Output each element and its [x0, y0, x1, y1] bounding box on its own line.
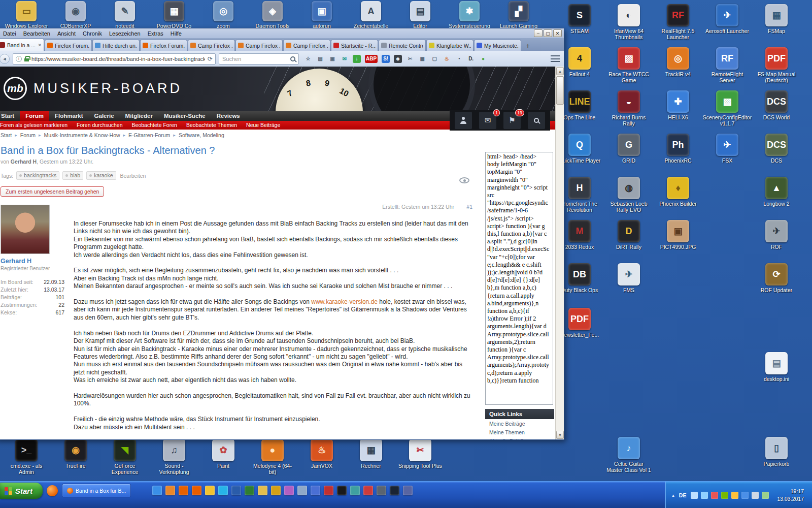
toolbar-icon[interactable]: ✉ — [341, 55, 349, 63]
tray-icon[interactable] — [701, 492, 708, 499]
tray-icon[interactable] — [741, 492, 749, 499]
tray-icon[interactable] — [721, 492, 728, 499]
toolbar-icon[interactable]: ☻ — [394, 55, 402, 63]
site-search-button[interactable] — [528, 112, 545, 129]
address-bar[interactable]: i https://www.musiker-board.de/threads/b… — [13, 53, 216, 65]
media-player-icon[interactable] — [165, 486, 175, 495]
desktop-icon[interactable]: ♨ JamVOX — [299, 439, 344, 475]
back-button[interactable]: ◄ — [0, 54, 10, 64]
desktop-icon[interactable]: G GRID — [606, 134, 651, 164]
toolbar-icon[interactable]: ↓ — [353, 55, 361, 63]
first-unread-button[interactable]: Zum ersten ungelesenen Beitrag gehen — [1, 186, 104, 197]
desktop-icon[interactable]: ▲ Longbow 2 — [754, 177, 799, 207]
author-link[interactable]: Gerhard H — [11, 158, 37, 165]
calculator-icon[interactable] — [311, 486, 320, 495]
site-logo[interactable]: mb MUSIKER-BOARD — [4, 77, 182, 100]
site-nav-item[interactable]: Flohmarkt — [49, 111, 89, 121]
browser-tab[interactable]: Hilfe durch un... ✕ — [92, 40, 140, 51]
audio-icon[interactable] — [350, 486, 360, 495]
notepad-icon[interactable] — [297, 486, 307, 495]
explorer-icon[interactable] — [258, 486, 267, 495]
breadcrumb-link[interactable]: Forum — [20, 132, 36, 138]
search-input[interactable]: Suchen — [219, 53, 299, 65]
discord-icon[interactable] — [403, 486, 413, 495]
toolbar-icon[interactable]: ▤ — [316, 55, 324, 63]
desktop-icon[interactable]: ◉ TrueFire — [53, 439, 98, 475]
browser-tab[interactable]: My Musicnote... ✕ — [474, 40, 521, 51]
karaoke-version-link[interactable]: www.karaoke-version.de — [311, 298, 378, 305]
word-icon[interactable] — [231, 486, 241, 495]
desktop-icon[interactable]: ♪ Celtic Guitar Master Class Vol 1 — [606, 437, 651, 473]
browser-tab[interactable]: Camp Firefox ... ✕ — [235, 40, 283, 51]
toolbar-icon[interactable]: D. — [467, 55, 475, 63]
tray-icon[interactable] — [752, 492, 759, 499]
desktop-icon[interactable]: ♫ Sound - Verknüpfung — [152, 439, 196, 475]
desktop-icon[interactable]: ◐ IrfanView 64 Thumbnails — [606, 4, 651, 41]
tray-icon[interactable] — [731, 492, 738, 499]
tray-icon[interactable] — [711, 492, 718, 499]
toolbar-icon[interactable]: S! — [382, 55, 390, 63]
toolbar-icon[interactable]: ✂ — [406, 55, 414, 63]
subnav-link[interactable]: Beobachtete Themen — [182, 121, 242, 130]
desktop-icon[interactable]: ▨ Race The WTCC Game — [606, 47, 651, 84]
tag-chip[interactable]: backingtracks — [16, 171, 59, 180]
winamp-icon[interactable] — [205, 486, 215, 495]
site-nav-item[interactable]: Forum — [20, 111, 49, 121]
taskbar-window-button[interactable]: Band in a Box für B... — [62, 484, 131, 497]
url-text[interactable]: https://www.musiker-board.de/threads/ban… — [31, 56, 205, 62]
desktop-icon[interactable]: ✂ Snipping Tool Plus — [398, 439, 443, 475]
internet-explorer-icon[interactable] — [152, 486, 162, 495]
browser-tab[interactable]: Firefox Forum... ✕ — [140, 40, 187, 51]
minimize-button[interactable]: – — [534, 29, 543, 37]
firefox-quicklaunch-icon[interactable] — [47, 485, 58, 496]
browser-tab[interactable]: Firefox Forum... ✕ — [45, 40, 92, 51]
language-indicator[interactable]: DE — [678, 492, 688, 498]
toolbar-icon[interactable]: ▢ — [430, 55, 438, 63]
desktop-icon[interactable]: ◎ TrackIR v4 — [656, 47, 700, 77]
toolbar-icon[interactable]: ☆ — [304, 55, 312, 63]
toolbar-icon[interactable]: ▣ — [328, 55, 336, 63]
browser-tab[interactable]: Camp Firefox ... ✕ — [283, 40, 330, 51]
desktop-icon[interactable]: ◒ Richard Burns Rally — [606, 90, 651, 127]
edit-tags-link[interactable]: Bearbeiten — [120, 173, 146, 179]
breadcrumb-link[interactable]: Start — [1, 132, 12, 138]
site-nav-item[interactable]: Start — [0, 111, 20, 121]
menu-item[interactable]: Chronik — [79, 30, 106, 37]
quick-link[interactable]: Aktuelle Beiträge — [485, 436, 554, 439]
menu-item[interactable]: Extras — [144, 30, 167, 37]
quick-link[interactable]: Meine Beiträge — [485, 419, 554, 428]
quick-links-header[interactable]: Quick Links — [485, 409, 554, 419]
toolbar-icon[interactable]: ▦ — [418, 55, 426, 63]
reload-icon[interactable]: ⟳ — [208, 55, 213, 62]
vlc-icon[interactable] — [192, 486, 201, 495]
browser-tab[interactable]: Band in a ... ✕ — [0, 39, 44, 51]
skype-icon[interactable] — [218, 486, 228, 495]
desktop-icon[interactable]: ♦ Phoenix Builder — [656, 177, 700, 207]
avatar[interactable] — [1, 205, 50, 254]
desktop-icon[interactable]: ▦ Rechner — [349, 439, 393, 475]
desktop-icon[interactable]: ▩ SceneryConfigEditor v1.1.7 — [705, 90, 750, 127]
desktop-icon[interactable]: ● Melodyne 4 (64-bit) — [250, 439, 295, 475]
desktop-icon[interactable]: ▯ Papierkorb — [754, 437, 799, 467]
maximize-button[interactable]: ▢ — [544, 29, 552, 37]
vnc-icon[interactable] — [377, 486, 386, 495]
profile-button[interactable] — [455, 112, 472, 129]
browser-tab[interactable]: Startseite - R... ✕ — [331, 40, 378, 51]
tray-icon[interactable] — [762, 492, 769, 499]
desktop-icon[interactable]: ✈ FMS — [606, 263, 651, 293]
username-link[interactable]: Gerhard H — [1, 258, 64, 265]
desktop-icon[interactable]: RF RemoteFlight Server — [705, 47, 750, 84]
desktop-icon[interactable]: ✈ FSX — [705, 134, 750, 164]
site-nav-item[interactable]: Reviews — [211, 111, 246, 121]
desktop-icon[interactable]: DCS DCS World — [754, 90, 799, 120]
toolbar-icon[interactable]: ♨ — [443, 55, 451, 63]
start-button[interactable]: Start — [0, 483, 43, 499]
browser-tab[interactable]: Remote Control He... ✕ — [379, 40, 426, 51]
irfanview-icon[interactable] — [363, 486, 373, 495]
subnav-link[interactable]: Neue Beiträge — [242, 121, 285, 130]
site-nav-item[interactable]: Musiker-Suche — [158, 111, 211, 121]
toolbar-icon[interactable]: ◔ — [455, 55, 463, 63]
menu-item[interactable]: Hilfe — [167, 30, 185, 37]
scroll-down-icon[interactable]: ▼ — [556, 431, 564, 439]
tag-chip[interactable]: biab — [62, 171, 83, 180]
